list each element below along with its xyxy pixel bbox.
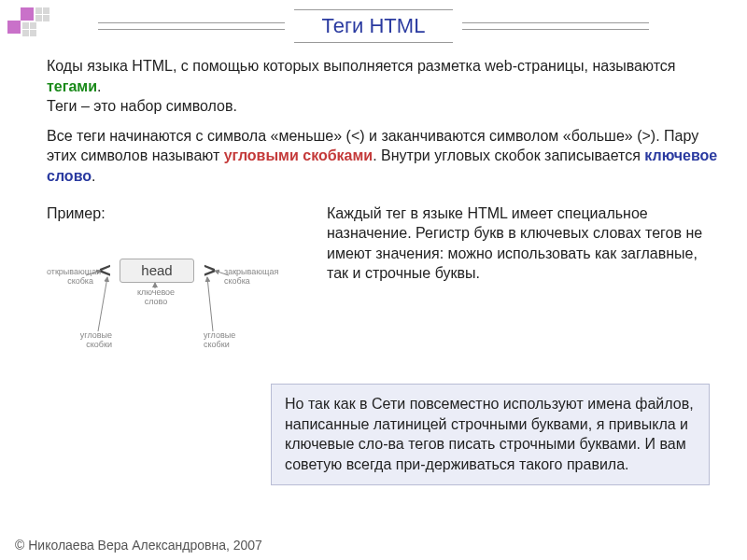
p1-text-c: Теги – это набор символов. — [47, 98, 237, 114]
label-angle-brackets-1: угловые скобки — [65, 331, 112, 350]
p1-text-b: . — [97, 78, 101, 94]
term-angle-brackets: угловыми скобками — [224, 147, 373, 163]
svg-line-4 — [207, 277, 213, 331]
title-bar: Теги HTML — [0, 9, 747, 43]
example-label: Пример: — [47, 203, 308, 224]
paragraph-1: Коды языка HTML, с помощью которых выпол… — [47, 56, 719, 117]
paragraph-2: Все теги начинаются с символа «меньше» (… — [47, 126, 719, 187]
tag-diagram: < head > открывающая скобка закрывающая … — [47, 231, 289, 371]
angle-bracket-right: > — [204, 257, 216, 285]
highlight-note: Но так как в Сети повсеместно используют… — [271, 384, 710, 484]
p2-text-b: . Внутри угловых скобок записывается — [373, 147, 644, 163]
example-column: Пример: < head > открываю — [47, 203, 308, 371]
slide-title: Теги HTML — [294, 9, 454, 43]
example-row: Пример: < head > открываю — [47, 203, 719, 371]
svg-line-3 — [98, 277, 107, 331]
slide-content: Коды языка HTML, с помощью которых выпол… — [47, 56, 719, 485]
p2-text-c: . — [92, 168, 95, 184]
p1-text-a: Коды языка HTML, с помощью которых выпол… — [47, 58, 675, 74]
paragraph-3: Каждый тег в языке HTML имеет специально… — [327, 203, 719, 371]
label-close-bracket: закрывающая скобка — [224, 268, 271, 287]
copyright-footer: © Николаева Вера Александровна, 2007 — [15, 538, 262, 553]
label-open-bracket: открывающая скобка — [47, 268, 93, 287]
term-tags: тегами — [47, 78, 97, 94]
label-angle-brackets-2: угловые скобки — [204, 331, 250, 350]
head-box: head — [120, 259, 194, 283]
label-keyword: ключевое слово — [133, 288, 179, 307]
